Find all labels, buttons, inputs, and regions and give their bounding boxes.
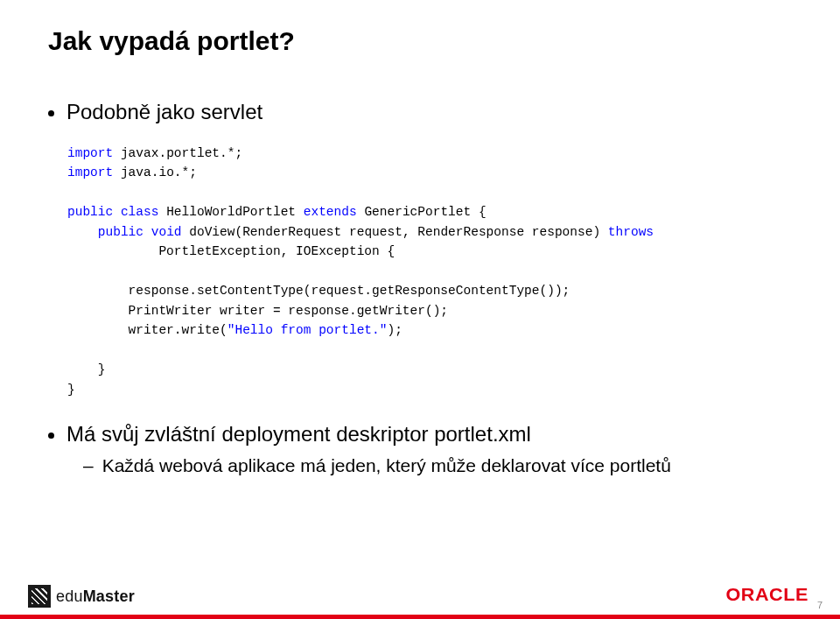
- bullet-item-1: Podobně jako servlet: [48, 100, 792, 124]
- slide-title: Jak vypadá portlet?: [48, 26, 792, 56]
- bullet-text: Má svůj zvláštní deployment deskriptor p…: [66, 422, 531, 447]
- oracle-logo: ORACLE: [725, 585, 808, 605]
- bullet-dot: [48, 433, 54, 439]
- footer-red-bar: [0, 615, 840, 619]
- page-number: 7: [817, 600, 822, 610]
- edumaster-logo: eduMaster: [28, 585, 135, 608]
- dash-icon: –: [83, 455, 94, 476]
- edumaster-icon: [28, 585, 51, 608]
- slide-footer: eduMaster ORACLE: [0, 568, 840, 619]
- bullet-item-2: Má svůj zvláštní deployment deskriptor p…: [48, 422, 792, 447]
- bullet-text: Podobně jako servlet: [66, 100, 262, 124]
- sub-bullet-text: Každá webová aplikace má jeden, který mů…: [102, 455, 671, 476]
- edumaster-text: eduMaster: [56, 587, 135, 606]
- code-block: import javax.portlet.*; import java.io.*…: [67, 144, 792, 399]
- bullet-dot: [48, 110, 54, 116]
- sub-bullet-item: – Každá webová aplikace má jeden, který …: [83, 455, 792, 476]
